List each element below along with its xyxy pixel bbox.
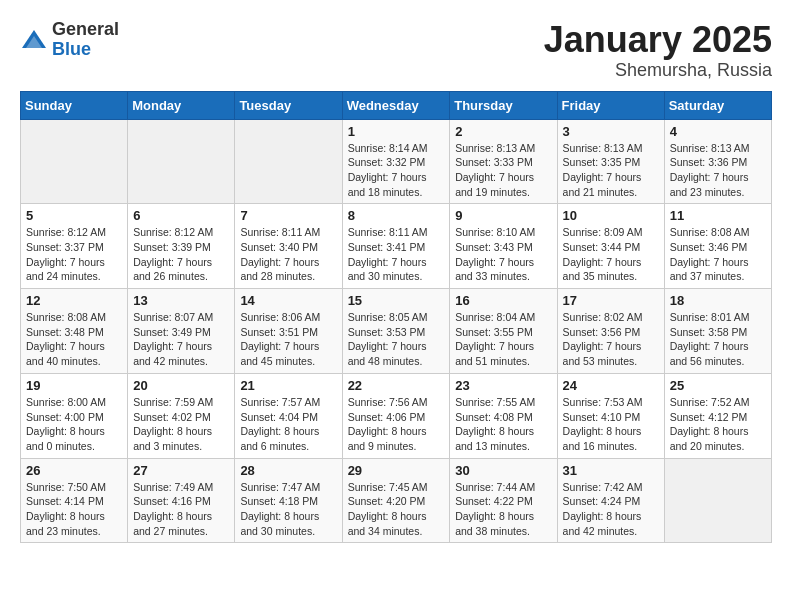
day-info: Sunrise: 8:12 AM Sunset: 3:37 PM Dayligh… — [26, 225, 122, 284]
day-number: 1 — [348, 124, 445, 139]
day-info: Sunrise: 7:44 AM Sunset: 4:22 PM Dayligh… — [455, 480, 551, 539]
calendar-cell: 3Sunrise: 8:13 AM Sunset: 3:35 PM Daylig… — [557, 119, 664, 204]
day-info: Sunrise: 8:11 AM Sunset: 3:40 PM Dayligh… — [240, 225, 336, 284]
calendar-cell: 15Sunrise: 8:05 AM Sunset: 3:53 PM Dayli… — [342, 289, 450, 374]
calendar-cell: 28Sunrise: 7:47 AM Sunset: 4:18 PM Dayli… — [235, 458, 342, 543]
day-info: Sunrise: 7:56 AM Sunset: 4:06 PM Dayligh… — [348, 395, 445, 454]
calendar-cell — [21, 119, 128, 204]
day-info: Sunrise: 7:49 AM Sunset: 4:16 PM Dayligh… — [133, 480, 229, 539]
weekday-header: Monday — [128, 91, 235, 119]
weekday-header: Friday — [557, 91, 664, 119]
day-number: 22 — [348, 378, 445, 393]
day-info: Sunrise: 7:42 AM Sunset: 4:24 PM Dayligh… — [563, 480, 659, 539]
weekday-header-row: SundayMondayTuesdayWednesdayThursdayFrid… — [21, 91, 772, 119]
day-info: Sunrise: 7:47 AM Sunset: 4:18 PM Dayligh… — [240, 480, 336, 539]
day-number: 29 — [348, 463, 445, 478]
day-info: Sunrise: 8:06 AM Sunset: 3:51 PM Dayligh… — [240, 310, 336, 369]
day-info: Sunrise: 8:13 AM Sunset: 3:35 PM Dayligh… — [563, 141, 659, 200]
day-info: Sunrise: 8:11 AM Sunset: 3:41 PM Dayligh… — [348, 225, 445, 284]
title-block: January 2025 Shemursha, Russia — [544, 20, 772, 81]
day-number: 26 — [26, 463, 122, 478]
day-info: Sunrise: 7:59 AM Sunset: 4:02 PM Dayligh… — [133, 395, 229, 454]
day-number: 6 — [133, 208, 229, 223]
day-number: 14 — [240, 293, 336, 308]
calendar-cell: 11Sunrise: 8:08 AM Sunset: 3:46 PM Dayli… — [664, 204, 771, 289]
calendar-cell: 22Sunrise: 7:56 AM Sunset: 4:06 PM Dayli… — [342, 373, 450, 458]
calendar-cell: 9Sunrise: 8:10 AM Sunset: 3:43 PM Daylig… — [450, 204, 557, 289]
calendar-cell — [664, 458, 771, 543]
day-info: Sunrise: 8:04 AM Sunset: 3:55 PM Dayligh… — [455, 310, 551, 369]
weekday-header: Thursday — [450, 91, 557, 119]
day-info: Sunrise: 7:55 AM Sunset: 4:08 PM Dayligh… — [455, 395, 551, 454]
logo-icon — [20, 26, 48, 54]
logo-text: General Blue — [52, 20, 119, 60]
day-number: 7 — [240, 208, 336, 223]
calendar-cell: 14Sunrise: 8:06 AM Sunset: 3:51 PM Dayli… — [235, 289, 342, 374]
calendar-week-row: 1Sunrise: 8:14 AM Sunset: 3:32 PM Daylig… — [21, 119, 772, 204]
day-number: 23 — [455, 378, 551, 393]
calendar-cell — [235, 119, 342, 204]
day-number: 2 — [455, 124, 551, 139]
day-number: 31 — [563, 463, 659, 478]
weekday-header: Wednesday — [342, 91, 450, 119]
calendar-cell: 10Sunrise: 8:09 AM Sunset: 3:44 PM Dayli… — [557, 204, 664, 289]
logo-blue: Blue — [52, 40, 119, 60]
day-number: 9 — [455, 208, 551, 223]
calendar-cell: 26Sunrise: 7:50 AM Sunset: 4:14 PM Dayli… — [21, 458, 128, 543]
calendar-cell — [128, 119, 235, 204]
logo-general: General — [52, 20, 119, 40]
calendar-cell: 24Sunrise: 7:53 AM Sunset: 4:10 PM Dayli… — [557, 373, 664, 458]
day-number: 21 — [240, 378, 336, 393]
calendar-cell: 5Sunrise: 8:12 AM Sunset: 3:37 PM Daylig… — [21, 204, 128, 289]
calendar-week-row: 19Sunrise: 8:00 AM Sunset: 4:00 PM Dayli… — [21, 373, 772, 458]
day-number: 16 — [455, 293, 551, 308]
day-info: Sunrise: 8:13 AM Sunset: 3:36 PM Dayligh… — [670, 141, 766, 200]
day-number: 19 — [26, 378, 122, 393]
day-number: 25 — [670, 378, 766, 393]
day-number: 10 — [563, 208, 659, 223]
day-number: 11 — [670, 208, 766, 223]
day-info: Sunrise: 7:45 AM Sunset: 4:20 PM Dayligh… — [348, 480, 445, 539]
weekday-header: Tuesday — [235, 91, 342, 119]
calendar-cell: 12Sunrise: 8:08 AM Sunset: 3:48 PM Dayli… — [21, 289, 128, 374]
day-number: 12 — [26, 293, 122, 308]
day-info: Sunrise: 8:08 AM Sunset: 3:46 PM Dayligh… — [670, 225, 766, 284]
day-info: Sunrise: 8:00 AM Sunset: 4:00 PM Dayligh… — [26, 395, 122, 454]
day-number: 5 — [26, 208, 122, 223]
day-info: Sunrise: 8:01 AM Sunset: 3:58 PM Dayligh… — [670, 310, 766, 369]
weekday-header: Saturday — [664, 91, 771, 119]
calendar-cell: 30Sunrise: 7:44 AM Sunset: 4:22 PM Dayli… — [450, 458, 557, 543]
calendar-week-row: 5Sunrise: 8:12 AM Sunset: 3:37 PM Daylig… — [21, 204, 772, 289]
day-number: 30 — [455, 463, 551, 478]
day-info: Sunrise: 8:13 AM Sunset: 3:33 PM Dayligh… — [455, 141, 551, 200]
logo: General Blue — [20, 20, 119, 60]
day-info: Sunrise: 7:50 AM Sunset: 4:14 PM Dayligh… — [26, 480, 122, 539]
day-number: 18 — [670, 293, 766, 308]
day-number: 28 — [240, 463, 336, 478]
day-info: Sunrise: 8:10 AM Sunset: 3:43 PM Dayligh… — [455, 225, 551, 284]
calendar-cell: 29Sunrise: 7:45 AM Sunset: 4:20 PM Dayli… — [342, 458, 450, 543]
day-info: Sunrise: 8:08 AM Sunset: 3:48 PM Dayligh… — [26, 310, 122, 369]
day-info: Sunrise: 7:53 AM Sunset: 4:10 PM Dayligh… — [563, 395, 659, 454]
day-number: 20 — [133, 378, 229, 393]
calendar-cell: 17Sunrise: 8:02 AM Sunset: 3:56 PM Dayli… — [557, 289, 664, 374]
day-number: 4 — [670, 124, 766, 139]
day-info: Sunrise: 8:09 AM Sunset: 3:44 PM Dayligh… — [563, 225, 659, 284]
day-info: Sunrise: 8:07 AM Sunset: 3:49 PM Dayligh… — [133, 310, 229, 369]
day-info: Sunrise: 8:05 AM Sunset: 3:53 PM Dayligh… — [348, 310, 445, 369]
calendar-cell: 27Sunrise: 7:49 AM Sunset: 4:16 PM Dayli… — [128, 458, 235, 543]
calendar-cell: 21Sunrise: 7:57 AM Sunset: 4:04 PM Dayli… — [235, 373, 342, 458]
calendar-cell: 31Sunrise: 7:42 AM Sunset: 4:24 PM Dayli… — [557, 458, 664, 543]
day-info: Sunrise: 8:14 AM Sunset: 3:32 PM Dayligh… — [348, 141, 445, 200]
calendar-week-row: 26Sunrise: 7:50 AM Sunset: 4:14 PM Dayli… — [21, 458, 772, 543]
calendar-cell: 19Sunrise: 8:00 AM Sunset: 4:00 PM Dayli… — [21, 373, 128, 458]
day-info: Sunrise: 7:52 AM Sunset: 4:12 PM Dayligh… — [670, 395, 766, 454]
day-number: 27 — [133, 463, 229, 478]
month-title: January 2025 — [544, 20, 772, 60]
calendar-cell: 2Sunrise: 8:13 AM Sunset: 3:33 PM Daylig… — [450, 119, 557, 204]
day-number: 8 — [348, 208, 445, 223]
calendar-week-row: 12Sunrise: 8:08 AM Sunset: 3:48 PM Dayli… — [21, 289, 772, 374]
calendar-cell: 6Sunrise: 8:12 AM Sunset: 3:39 PM Daylig… — [128, 204, 235, 289]
day-number: 17 — [563, 293, 659, 308]
weekday-header: Sunday — [21, 91, 128, 119]
